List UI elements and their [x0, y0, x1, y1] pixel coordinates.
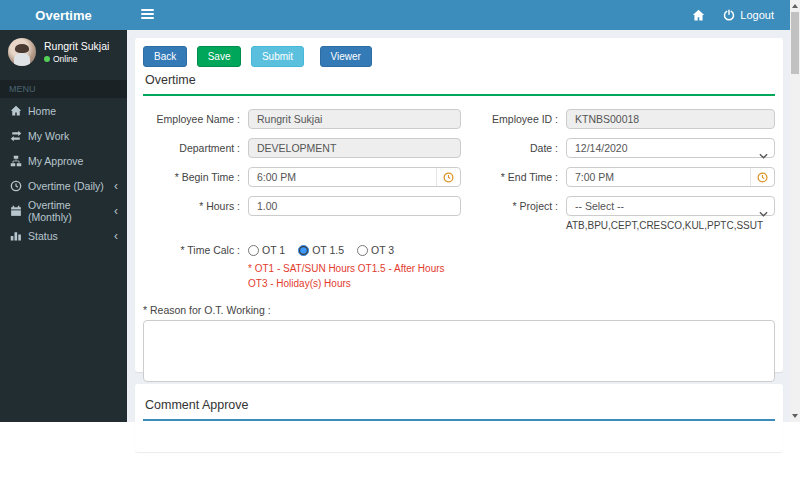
- chevron-left-icon: ‹: [114, 230, 118, 242]
- logout-label: Logout: [740, 9, 774, 21]
- online-dot-icon: [44, 56, 50, 62]
- project-select[interactable]: [566, 196, 775, 216]
- time-calc-label: * Time Calc :: [143, 240, 248, 260]
- reason-textarea[interactable]: [143, 320, 775, 382]
- sidebar-item-overtime-daily[interactable]: Overtime (Daily) ‹: [0, 173, 127, 198]
- chevron-down-icon: [759, 145, 768, 163]
- home-icon: [692, 9, 705, 22]
- project-label: * Project :: [461, 196, 566, 216]
- chevron-left-icon: ‹: [114, 180, 118, 192]
- overtime-form: Employee Name : Employee ID : Department…: [143, 109, 775, 300]
- comment-approve-card: Comment Approve: [135, 384, 783, 452]
- app-window: Overtime Logout Rungrit Sukjai Online: [0, 0, 800, 500]
- navbar-right: Logout: [692, 0, 774, 30]
- back-button[interactable]: Back: [143, 46, 187, 67]
- end-time-field[interactable]: [566, 167, 775, 187]
- home-icon: [9, 104, 22, 117]
- sidebar-item-overtime-monthly[interactable]: Overtime (Monthly) ‹: [0, 198, 127, 223]
- sitemap-icon: [9, 154, 22, 167]
- date-label: Date :: [461, 138, 566, 158]
- employee-name-field: [248, 109, 461, 129]
- begin-time-field[interactable]: [248, 167, 461, 187]
- top-navbar: Overtime Logout: [0, 0, 790, 30]
- begin-time-label: * Begin Time :: [143, 167, 248, 187]
- user-panel: Rungrit Sukjai Online: [0, 30, 127, 74]
- avatar: [8, 38, 36, 66]
- chevron-left-icon: ‹: [114, 205, 118, 217]
- nav-home-button[interactable]: [692, 9, 705, 22]
- user-status: Online: [44, 54, 109, 64]
- time-calc-option-ot3[interactable]: OT 3: [357, 244, 394, 256]
- section-divider: [143, 94, 775, 96]
- department-label: Department :: [143, 138, 248, 158]
- employee-name-label: Employee Name :: [143, 109, 248, 129]
- bars-icon: [141, 13, 154, 15]
- project-help-text: ATB,BPU,CEPT,CRESCO,KUL,PPTC,SSUT: [566, 220, 775, 231]
- hours-field[interactable]: [248, 196, 461, 216]
- employee-id-label: Employee ID :: [461, 109, 566, 129]
- vertical-scrollbar[interactable]: [790, 0, 800, 422]
- employee-id-field: [566, 109, 775, 129]
- viewer-button[interactable]: Viewer: [320, 46, 372, 67]
- hours-label: * Hours :: [143, 196, 248, 216]
- app-brand: Overtime: [0, 0, 127, 30]
- time-calc-note: * OT1 - SAT/SUN Hours OT1.5 - After Hour…: [248, 262, 461, 291]
- end-time-label: * End Time :: [461, 167, 566, 187]
- sidebar-toggle-button[interactable]: [141, 9, 154, 21]
- submit-button[interactable]: Submit: [251, 46, 304, 67]
- user-name: Rungrit Sukjai: [44, 40, 109, 52]
- scrollbar-thumb[interactable]: [791, 12, 799, 74]
- department-field: [248, 138, 461, 158]
- sidebar-item-my-approve[interactable]: My Approve: [0, 148, 127, 173]
- sidebar-item-status[interactable]: Status ‹: [0, 223, 127, 248]
- chart-icon: [9, 229, 22, 242]
- sidebar-menu: Home My Work My Approve Overtime (Daily)…: [0, 98, 127, 248]
- clock-icon: [9, 179, 22, 192]
- exchange-icon: [9, 129, 22, 142]
- bars-icon: [141, 17, 154, 19]
- logout-button[interactable]: Logout: [723, 9, 774, 21]
- sidebar-item-home[interactable]: Home: [0, 98, 127, 123]
- calendar-icon: [9, 204, 22, 217]
- sidebar: Rungrit Sukjai Online MENU Home My Work …: [0, 30, 127, 422]
- toolbar: Back Save Submit Viewer: [143, 46, 775, 67]
- time-calc-option-ot1[interactable]: OT 1: [248, 244, 285, 256]
- chevron-down-icon: [759, 203, 768, 221]
- comment-approve-title: Comment Approve: [143, 398, 775, 419]
- content-area: Back Save Submit Viewer Overtime Employe…: [127, 30, 790, 422]
- menu-header: MENU: [0, 80, 127, 98]
- scroll-down-arrow-icon[interactable]: [792, 414, 798, 418]
- bars-icon: [141, 9, 154, 11]
- comment-approve-divider: [143, 419, 775, 421]
- section-title: Overtime: [143, 73, 775, 94]
- date-select[interactable]: [566, 138, 775, 158]
- scroll-up-arrow-icon[interactable]: [792, 4, 798, 8]
- clock-icon[interactable]: [750, 168, 774, 186]
- save-button[interactable]: Save: [197, 46, 242, 67]
- reason-label: * Reason for O.T. Working :: [143, 304, 775, 316]
- sidebar-item-my-work[interactable]: My Work: [0, 123, 127, 148]
- clock-icon[interactable]: [436, 168, 460, 186]
- time-calc-option-ot15[interactable]: OT 1.5: [298, 244, 344, 256]
- time-calc-radio-group: OT 1 OT 1.5 OT 3: [248, 240, 461, 260]
- overtime-card: Back Save Submit Viewer Overtime Employe…: [135, 38, 783, 372]
- power-icon: [723, 9, 735, 21]
